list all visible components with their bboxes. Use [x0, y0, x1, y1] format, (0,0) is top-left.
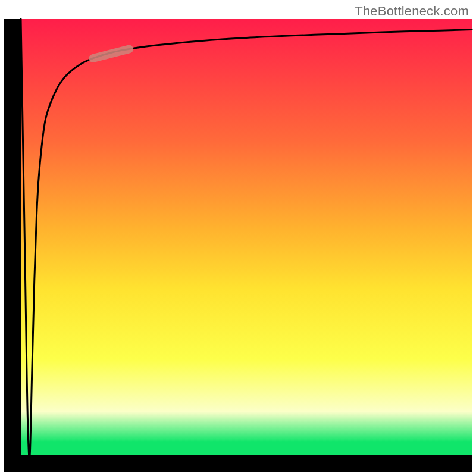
x-axis: [4, 455, 472, 472]
chart-svg: [0, 0, 476, 476]
plot-region: [4, 19, 472, 472]
gradient-background: [21, 19, 472, 455]
chart-area: [0, 0, 476, 476]
attribution-label: TheBottleneck.com: [355, 4, 469, 19]
y-axis: [4, 19, 21, 472]
